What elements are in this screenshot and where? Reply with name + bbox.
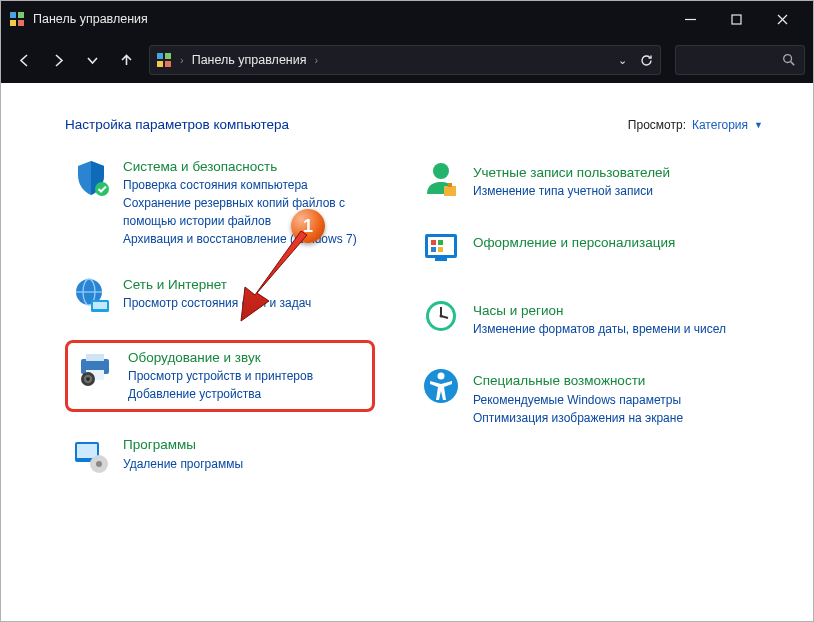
window-controls [667,1,805,37]
chevron-down-icon[interactable]: ⌄ [618,54,627,67]
clock-icon [421,296,461,336]
category-link[interactable]: Сохранение резервных копий файлов с помо… [123,194,369,230]
accessibility-icon [421,366,461,406]
window-title: Панель управления [33,12,667,26]
view-by: Просмотр: Категория ▼ [628,118,763,132]
svg-rect-10 [157,61,163,67]
category-link[interactable]: Оптимизация изображения на экране [473,409,683,427]
printer-icon [76,349,116,389]
close-button[interactable] [759,1,805,37]
svg-rect-11 [165,61,171,67]
chevron-right-icon: › [180,54,184,66]
svg-line-13 [791,62,795,66]
personalization-icon [421,228,461,268]
svg-rect-9 [165,53,171,59]
refresh-icon[interactable] [639,53,654,68]
shield-icon [71,158,111,198]
svg-point-12 [784,55,792,63]
user-icon [421,158,461,198]
svg-point-14 [95,182,109,196]
globe-icon [71,276,111,316]
svg-point-43 [440,315,443,318]
svg-point-25 [86,377,90,381]
view-by-value[interactable]: Категория [692,118,748,132]
chevron-down-icon[interactable]: ▼ [754,120,763,130]
category-link[interactable]: Изменение форматов даты, времени и чисел [473,320,726,338]
category-title[interactable]: Сеть и Интернет [123,276,311,294]
search-icon [782,53,796,67]
programs-icon [71,436,111,476]
category-title[interactable]: Оформление и персонализация [473,234,675,252]
search-box[interactable] [675,45,805,75]
category-user-accounts[interactable]: Учетные записи пользователей Изменение т… [415,154,763,204]
maximize-button[interactable] [713,1,759,37]
category-link[interactable]: Просмотр устройств и принтеров [128,367,313,385]
page-heading: Настройка параметров компьютера [65,117,628,132]
category-ease-of-access[interactable]: Специальные возможности Рекомендуемые Wi… [415,362,763,430]
svg-rect-35 [438,240,443,245]
category-title[interactable]: Учетные записи пользователей [473,164,670,182]
category-appearance[interactable]: Оформление и персонализация [415,224,763,272]
svg-point-45 [438,373,445,380]
svg-rect-27 [77,444,97,458]
control-panel-icon [9,11,25,27]
svg-rect-19 [93,302,107,309]
svg-rect-34 [431,240,436,245]
left-column: Система и безопасность Проверка состояни… [65,154,375,480]
category-link[interactable]: Добавление устройства [128,385,313,403]
svg-rect-3 [18,20,24,26]
svg-rect-8 [157,53,163,59]
category-title[interactable]: Система и безопасность [123,158,369,176]
svg-rect-0 [10,12,16,18]
address-bar[interactable]: › Панель управления › ⌄ [149,45,661,75]
heading-row: Настройка параметров компьютера Просмотр… [65,117,763,132]
category-link[interactable]: Рекомендуемые Windows параметры [473,391,683,409]
category-link[interactable]: Просмотр состояния сети и задач [123,294,311,312]
svg-rect-21 [86,354,104,361]
category-link[interactable]: Изменение типа учетной записи [473,182,670,200]
recent-locations-button[interactable] [77,45,107,75]
svg-rect-33 [428,237,454,255]
category-system-security[interactable]: Система и безопасность Проверка состояни… [65,154,375,252]
back-button[interactable] [9,45,39,75]
view-by-label: Просмотр: [628,118,686,132]
category-link[interactable]: Архивация и восстановление (Windows 7) [123,230,369,248]
svg-rect-37 [438,247,443,252]
right-column: Учетные записи пользователей Изменение т… [415,154,763,480]
category-columns: Система и безопасность Проверка состояни… [65,154,763,480]
category-clock-region[interactable]: Часы и регион Изменение форматов даты, в… [415,292,763,342]
category-link[interactable]: Удаление программы [123,455,243,473]
svg-rect-36 [431,247,436,252]
category-programs[interactable]: Программы Удаление программы [65,432,375,480]
up-button[interactable] [111,45,141,75]
forward-button[interactable] [43,45,73,75]
svg-point-29 [96,461,102,467]
chevron-right-icon: › [315,54,319,66]
svg-rect-31 [448,183,452,187]
svg-rect-38 [435,258,447,261]
breadcrumb-root[interactable]: Панель управления [192,53,307,67]
category-network-internet[interactable]: Сеть и Интернет Просмотр состояния сети … [65,272,375,320]
category-title[interactable]: Программы [123,436,243,454]
nav-bar: › Панель управления › ⌄ [1,37,813,83]
svg-point-30 [433,163,449,179]
category-title[interactable]: Специальные возможности [473,372,683,390]
minimize-button[interactable] [667,1,713,37]
content-area: Настройка параметров компьютера Просмотр… [1,83,813,621]
category-hardware-sound[interactable]: Оборудование и звук Просмотр устройств и… [65,340,375,412]
svg-rect-1 [18,12,24,18]
svg-rect-5 [732,15,741,24]
window-frame: Панель управления › Панель управления › … [0,0,814,622]
titlebar: Панель управления [1,1,813,37]
category-title[interactable]: Оборудование и звук [128,349,313,367]
category-title[interactable]: Часы и регион [473,302,726,320]
control-panel-icon [156,52,172,68]
svg-rect-2 [10,20,16,26]
category-link[interactable]: Проверка состояния компьютера [123,176,369,194]
